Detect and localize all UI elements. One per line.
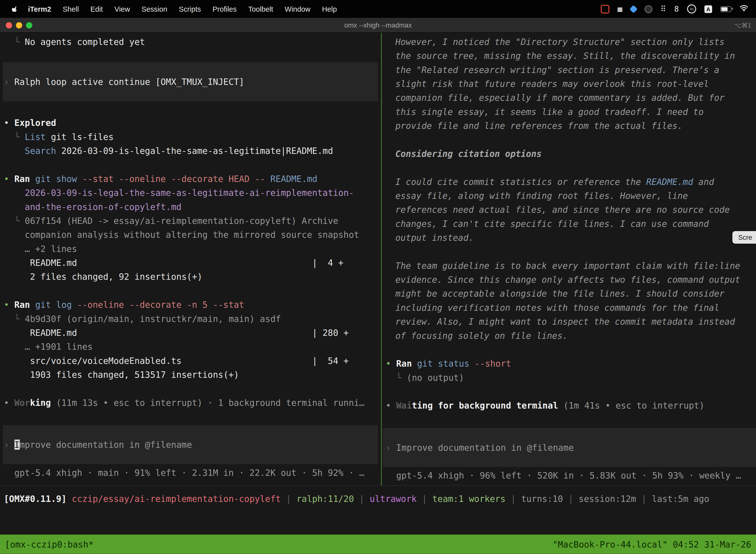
bottom-spacer xyxy=(0,512,756,535)
tmux-session-label: [omx-cczip0:bash* xyxy=(5,537,93,551)
terminal-line: of focusing solely on file lines. xyxy=(386,329,756,342)
menu-item-scripts[interactable]: Scripts xyxy=(173,5,207,13)
menu-item-window[interactable]: Window xyxy=(279,5,316,13)
text-segment: slight risk that future readers may over… xyxy=(395,79,709,89)
prompt-input[interactable]: › Ralph loop active continue [OMX_TMUX_I… xyxy=(3,62,378,101)
screen-recording-icon[interactable] xyxy=(601,4,610,13)
text-segment: • xyxy=(386,358,396,369)
terminal-line: companion analysis without altering the … xyxy=(4,228,381,242)
text-segment: └ xyxy=(4,37,25,47)
dots-grid-icon[interactable]: ⠿ xyxy=(660,4,666,13)
terminal-line: and-the-erosion-of-copyleft.md xyxy=(4,200,381,214)
text-segment: and xyxy=(693,176,714,187)
menu-items: iTerm2ShellEditViewSessionScriptsProfile… xyxy=(0,5,343,13)
terminal-line: └ (no output) xyxy=(386,371,756,384)
menu-item-profiles[interactable]: Profiles xyxy=(207,5,242,13)
text-segment: of focusing solely on file lines. xyxy=(395,331,568,341)
menu-item-view[interactable]: View xyxy=(109,5,136,13)
terminal-line: src/voice/voiceModeEnabled.ts | 54 + xyxy=(4,354,381,368)
prompt-input[interactable]: › Improve documentation in @filename xyxy=(3,425,378,464)
window-title: omx --xhigh --madmax xyxy=(0,21,756,29)
right-terminal-pane[interactable]: However, I noticed the "Directory Struct… xyxy=(382,33,756,485)
text-segment: 2 files changed, 92 insertions(+) xyxy=(4,272,203,282)
menu-bar-status-icons: ▦ ⠿ 8 .61 A xyxy=(601,4,756,13)
text-segment: references need actual files, and since … xyxy=(395,205,730,215)
terminal-line: └ List git ls-files xyxy=(4,130,381,144)
text-segment: └ xyxy=(4,132,25,142)
omx-status-bar: [OMX#0.11.9] cczip/essay/ai-reimplementa… xyxy=(0,486,756,512)
terminal-line: I could cite commit statistics or refere… xyxy=(386,175,756,189)
text-segment: Wai xyxy=(396,400,412,410)
terminal-line: • Ran git status --short xyxy=(386,357,756,371)
text-segment: └ xyxy=(4,314,25,324)
text-segment: • xyxy=(4,398,14,408)
terminal-line: • Ran git show --stat --oneline --decora… xyxy=(4,172,381,186)
cpu-gauge-value: .61 xyxy=(689,7,694,11)
text-segment: companion file, especially if more comme… xyxy=(395,93,724,103)
text-segment: and-the-erosion-of-copyleft.md xyxy=(25,202,182,212)
text-segment: 2026-03-09-is-legal-the-same-as-legitima… xyxy=(25,188,354,198)
menu-item-help[interactable]: Help xyxy=(316,5,343,13)
terminal-line: └ 067f154 (HEAD -> essay/ai-reimplementa… xyxy=(4,214,381,228)
text-segment: However, I noticed the "Directory Struct… xyxy=(395,37,724,47)
grid-icon[interactable]: ▦ xyxy=(618,4,622,13)
prompt-input[interactable]: › Improve documentation in @filename xyxy=(383,428,756,467)
text-segment: • xyxy=(386,400,396,410)
terminal-line: • Working (11m 13s • esc to interrupt) ·… xyxy=(4,396,381,409)
terminal-line: README.md | 280 + xyxy=(4,326,381,340)
text-segment: … +2 lines xyxy=(4,244,77,254)
text-segment: --stat --oneline --decorate xyxy=(82,174,229,184)
terminal-line: gpt-5.4 xhigh · 96% left · 520K in · 5.8… xyxy=(386,468,756,483)
terminal-line: provide file and line references from th… xyxy=(386,119,756,132)
battery-icon[interactable] xyxy=(720,6,732,12)
minimize-button[interactable] xyxy=(16,22,22,28)
app-dark-icon[interactable] xyxy=(644,5,652,13)
terminal-line: companion file, especially if more comme… xyxy=(386,91,756,105)
menu-item-session[interactable]: Session xyxy=(136,5,173,13)
text-segment: ting for background terminal xyxy=(412,400,563,410)
text-segment: Wor xyxy=(14,398,30,408)
text-segment: └ xyxy=(386,373,406,383)
menu-item-toolbelt[interactable]: Toolbelt xyxy=(242,5,279,13)
text-segment: src/voice/voiceModeEnabled.ts | 54 + xyxy=(4,356,349,366)
text-segment: • xyxy=(4,174,14,184)
text-segment: --short xyxy=(475,358,511,369)
cpu-gauge-icon[interactable]: .61 xyxy=(687,4,696,13)
text-segment xyxy=(4,202,25,212)
terminal-line: The team guideline is to back every impo… xyxy=(386,259,756,273)
text-segment xyxy=(4,188,25,198)
apple-menu-icon[interactable] xyxy=(8,5,22,13)
text-segment: No agents completed yet xyxy=(25,37,145,47)
wifi-icon[interactable] xyxy=(740,5,748,13)
screen-share-tab[interactable]: Scre xyxy=(733,231,756,244)
close-button[interactable] xyxy=(6,22,12,28)
text-segment: evidence. Since this change only affects… xyxy=(395,275,740,285)
text-segment: 1903 files changed, 513517 insertions(+) xyxy=(4,370,239,380)
text-segment: | xyxy=(417,494,432,504)
input-source-icon[interactable]: A xyxy=(704,5,712,13)
text-segment: cczip/essay/ai-reimplementation-copyleft xyxy=(72,494,281,504)
text-segment: The team guideline is to back every impo… xyxy=(395,261,740,271)
text-segment: | xyxy=(563,494,579,504)
app-blue-icon[interactable] xyxy=(629,5,637,13)
left-terminal-pane[interactable]: └ No agents completed yet› Ralph loop ac… xyxy=(0,33,381,485)
terminal-line: 1903 files changed, 513517 insertions(+) xyxy=(4,368,381,382)
text-segment: this single essay, it seems like a good … xyxy=(395,107,704,117)
text-segment: review. Also, I might want to inspect th… xyxy=(395,317,735,327)
text-segment: ultrawork xyxy=(370,494,417,504)
text-segment: (11m 13s • esc to interrupt) · 1 backgro… xyxy=(56,398,364,408)
text-segment: Improve documentation in @filename xyxy=(396,443,574,453)
text-segment: output instead. xyxy=(395,233,474,243)
text-segment: team:1 workers xyxy=(432,494,505,504)
terminal-line: essay file, along with finding root file… xyxy=(386,189,756,203)
menu-item-edit[interactable]: Edit xyxy=(84,5,109,13)
text-segment: README.md | 4 + xyxy=(4,258,343,268)
terminal-line: README.md | 4 + xyxy=(4,256,381,270)
menu-item-iterm2[interactable]: iTerm2 xyxy=(22,5,57,13)
menu-item-shell[interactable]: Shell xyxy=(57,5,84,13)
zoom-button[interactable] xyxy=(26,22,32,28)
keypad-icon[interactable]: 8 xyxy=(674,4,679,13)
tmux-status-bar: [omx-cczip0:bash* "MacBook-Pro-44.local"… xyxy=(0,535,756,554)
text-segment: --oneline --decorate -n 5 --stat xyxy=(77,299,244,310)
terminal-line: • Ran git log --oneline --decorate -n 5 … xyxy=(4,297,381,312)
